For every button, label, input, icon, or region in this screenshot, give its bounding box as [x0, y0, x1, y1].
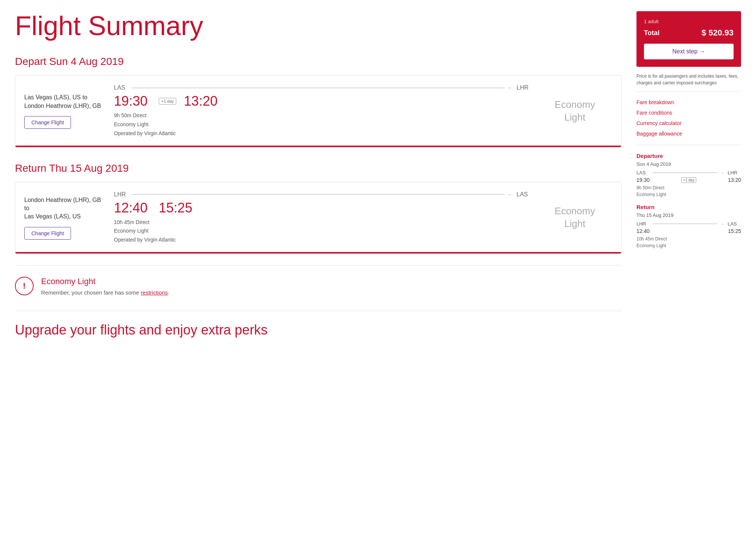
depart-flight-times: LAS → LHR 19:30 +1 day 13:20 9h 50m Dire… — [114, 84, 530, 138]
sidebar-return-title: Return — [636, 204, 741, 210]
depart-origin-code: LAS — [114, 84, 127, 91]
return-time-row: 12:40 15:25 — [114, 200, 530, 216]
depart-flight-card: Las Vegas (LAS), US toLondon Heathrow (L… — [15, 75, 622, 147]
return-dest-code: LAS — [517, 191, 530, 198]
sidebar-dep-airports: LAS → LHR — [636, 170, 741, 175]
depart-change-flight-button[interactable]: Change Flight — [24, 116, 71, 129]
sidebar-return-section: Return Thu 15 Aug 2019 LHR → LAS 12:40 1… — [636, 204, 741, 249]
return-fare-class-label: EconomyLight — [537, 205, 612, 230]
sidebar-return-date: Thu 15 Aug 2019 — [636, 212, 741, 218]
sidebar-dep-arrive: 13:20 — [728, 177, 741, 183]
sidebar-ret-times: 12:40 15:25 — [636, 228, 741, 234]
sidebar-ret-origin: LHR — [636, 221, 650, 227]
sidebar-links: Fare breakdown Fare conditions Currency … — [636, 97, 741, 145]
depart-section: Depart Sun 4 Aug 2019 Las Vegas (LAS), U… — [15, 56, 622, 147]
baggage-allowance-link[interactable]: Baggage allowance — [636, 128, 741, 139]
notice-title: Economy Light — [41, 277, 170, 286]
sidebar-dep-arrow-icon: → — [720, 170, 725, 175]
depart-time-row: 19:30 +1 day 13:20 — [114, 93, 530, 109]
main-content: Flight Summary Depart Sun 4 Aug 2019 Las… — [15, 11, 622, 338]
return-depart-time: 12:40 — [114, 200, 151, 216]
depart-route-text: Las Vegas (LAS), US toLondon Heathrow (L… — [24, 93, 106, 110]
depart-flight-details: 9h 50m Direct Economy Light Operated by … — [114, 111, 530, 138]
sidebar-ret-airports: LHR → LAS — [636, 221, 741, 227]
sidebar-dep-times: 19:30 +1 day 13:20 — [636, 177, 741, 183]
upgrade-title: Upgrade your flights and enjoy extra per… — [15, 322, 622, 338]
depart-duration: 9h 50m Direct — [114, 111, 530, 120]
return-fare-type: Economy Light — [114, 227, 530, 236]
sidebar-departure-date: Sun 4 Aug 2019 — [636, 161, 741, 167]
return-flight-details: 10h 45m Direct Economy Light Operated by… — [114, 218, 530, 245]
notice-content: Economy Light Remember, your chosen fare… — [41, 277, 170, 296]
sidebar-ret-arrow-icon: → — [720, 221, 725, 227]
depart-dest-code: LHR — [517, 84, 530, 91]
restrictions-link[interactable]: restrictions — [141, 289, 168, 296]
economy-notice: ! Economy Light Remember, your chosen fa… — [15, 265, 622, 307]
depart-route: Las Vegas (LAS), US toLondon Heathrow (L… — [24, 93, 106, 129]
sidebar-ret-dest: LAS — [728, 221, 741, 227]
sidebar-dep-origin: LAS — [636, 170, 650, 175]
return-origin-code: LHR — [114, 191, 127, 198]
next-step-button[interactable]: Next step → — [644, 44, 734, 59]
sidebar-ret-arrive: 15:25 — [728, 228, 741, 234]
sidebar: 1 adult Total $ 520.93 Next step → Price… — [636, 11, 741, 338]
sidebar-ret-detail: 10h 45m Direct Economy Light — [636, 236, 741, 249]
sidebar-dep-detail: 9h 50m Direct Economy Light — [636, 184, 741, 198]
notice-text: Remember, your chosen fare has some rest… — [41, 289, 170, 296]
depart-airport-row: LAS → LHR — [114, 84, 530, 91]
sidebar-dep-time: 19:30 — [636, 177, 650, 183]
sidebar-dep-plus-day: +1 day — [681, 177, 696, 183]
return-route-text: London Heathrow (LHR), GB toLas Vegas (L… — [24, 196, 106, 221]
return-duration: 10h 45m Direct — [114, 218, 530, 227]
return-header: Return Thu 15 Aug 2019 — [15, 162, 622, 174]
price-note: Price is for all passengers and includes… — [636, 73, 741, 92]
return-change-flight-button[interactable]: Change Flight — [24, 227, 71, 240]
return-airport-row: LHR → LAS — [114, 191, 530, 198]
total-label: Total — [644, 29, 660, 37]
return-flight-times: LHR → LAS 12:40 15:25 10h 45m Direct Eco… — [114, 191, 530, 245]
return-arrive-time: 15:25 — [159, 200, 192, 216]
depart-arrive-time: 13:20 — [184, 93, 217, 109]
sidebar-departure-title: Departure — [636, 153, 741, 159]
depart-fare-type: Economy Light — [114, 120, 530, 129]
depart-header: Depart Sun 4 Aug 2019 — [15, 56, 622, 68]
total-amount: $ 520.93 — [701, 28, 734, 38]
depart-fare-class-label: EconomyLight — [537, 99, 612, 124]
return-arrow-icon: → — [507, 192, 512, 198]
currency-calculator-link[interactable]: Currency calculator — [636, 118, 741, 128]
fare-conditions-link[interactable]: Fare conditions — [636, 108, 741, 118]
page-title: Flight Summary — [15, 11, 622, 41]
sidebar-ret-time: 12:40 — [636, 228, 650, 234]
return-operator: Operated by Virgin Atlantic — [114, 236, 530, 245]
return-route: London Heathrow (LHR), GB toLas Vegas (L… — [24, 196, 106, 240]
sidebar-departure-section: Departure Sun 4 Aug 2019 LAS → LHR 19:30… — [636, 153, 741, 198]
depart-flight-line: → — [132, 85, 512, 91]
total-row: Total $ 520.93 — [644, 28, 734, 38]
return-flight-card: London Heathrow (LHR), GB toLas Vegas (L… — [15, 182, 622, 254]
depart-depart-time: 19:30 — [114, 93, 151, 109]
booking-summary-box: 1 adult Total $ 520.93 Next step → — [636, 11, 741, 67]
depart-operator: Operated by Virgin Atlantic — [114, 129, 530, 138]
notice-exclamation-icon: ! — [15, 277, 34, 295]
return-section: Return Thu 15 Aug 2019 London Heathrow (… — [15, 162, 622, 254]
depart-arrow-icon: → — [507, 85, 512, 91]
upgrade-section: Upgrade your flights and enjoy extra per… — [15, 311, 622, 338]
return-flight-line: → — [132, 192, 512, 198]
adult-label: 1 adult — [644, 19, 734, 24]
sidebar-dep-dest: LHR — [728, 170, 741, 175]
fare-breakdown-link[interactable]: Fare breakdown — [636, 97, 741, 108]
depart-plus-day: +1 day — [159, 98, 176, 105]
